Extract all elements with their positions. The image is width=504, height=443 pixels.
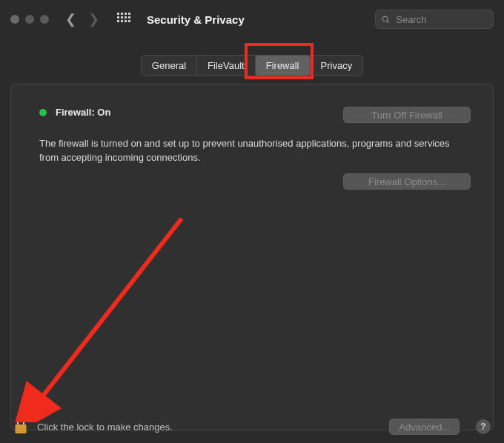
tab-firewall[interactable]: Firewall [255,56,310,76]
footer: Click the lock to make changes. Advanced… [0,410,504,443]
back-button[interactable]: ❮ [65,13,76,26]
search-icon [382,15,390,24]
tab-filevault[interactable]: FileVault [196,56,255,76]
lock-hint-text: Click the lock to make changes. [37,422,173,433]
advanced-button[interactable]: Advanced... [389,419,460,435]
firewall-options-button[interactable]: Firewall Options... [343,173,471,190]
show-all-icon[interactable] [117,13,130,26]
zoom-window-button[interactable] [40,15,49,24]
lock-icon[interactable] [13,418,28,436]
status-indicator-icon [39,109,47,116]
tab-general[interactable]: General [142,56,196,76]
help-button[interactable]: ? [476,419,491,434]
close-window-button[interactable] [10,15,19,24]
nav-arrows: ❮ ❯ [65,13,99,26]
window-title: Security & Privacy [147,13,245,26]
traffic-lights [10,15,49,24]
turn-off-firewall-button[interactable]: Turn Off Firewall [343,107,471,123]
forward-button: ❯ [88,13,99,26]
minimize-window-button[interactable] [25,15,34,24]
firewall-status-label: Firewall: On [56,107,110,118]
tabs-row: General FileVault Firewall Privacy [0,39,504,76]
titlebar: ❮ ❯ Security & Privacy [0,0,504,39]
firewall-panel: Firewall: On Turn Off Firewall The firew… [10,84,494,430]
tabs: General FileVault Firewall Privacy [141,55,363,76]
search-input[interactable] [396,14,487,25]
search-field[interactable] [375,10,494,29]
firewall-description: The firewall is turned on and set up to … [39,137,469,165]
tab-privacy[interactable]: Privacy [310,56,363,76]
